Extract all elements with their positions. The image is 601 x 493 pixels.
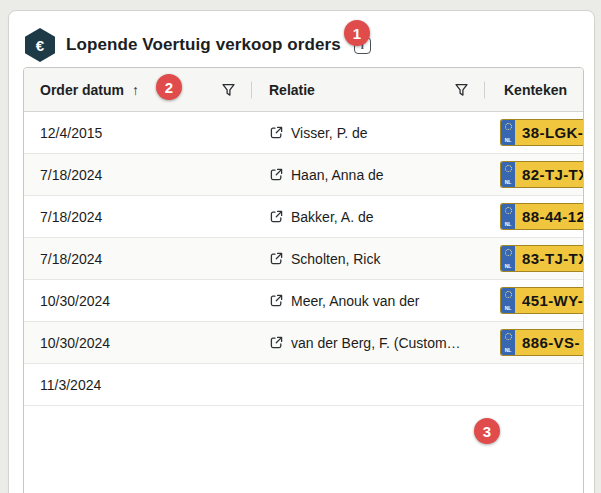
cell-relatie: Haan, Anna de [257, 154, 492, 195]
plate-country-code: NL [505, 222, 512, 227]
cell-order-datum: 7/18/2024 [24, 154, 257, 195]
annotation-badge-3: 3 [474, 418, 500, 444]
cell-relatie [257, 364, 492, 405]
column-label: Order datum [40, 82, 124, 98]
table-header-row: Order datum ↑ Relatie Kenteken [24, 68, 583, 112]
external-link-icon[interactable] [269, 209, 284, 224]
eu-stars-icon [505, 207, 512, 214]
dashboard-page: € Lopende Voertuig verkoop orders Order … [0, 0, 601, 493]
cell-order-datum: 10/30/2024 [24, 322, 257, 363]
cell-order-datum: 11/3/2024 [24, 364, 257, 405]
license-plate: NL 83-TJ-TX [500, 245, 583, 272]
nl-plate-strip: NL [501, 162, 515, 187]
external-link-icon[interactable] [269, 167, 284, 182]
euro-hexagon-icon: € [25, 28, 55, 62]
license-plate: NL 38-LGK- [500, 119, 583, 146]
cell-relatie: van der Berg, F. (Custom… [257, 322, 492, 363]
license-plate: NL 88-44-12 [500, 203, 583, 230]
table-row[interactable]: 7/18/2024 Scholten, Rick NL [24, 238, 583, 280]
relatie-name[interactable]: Visser, P. de [291, 125, 368, 141]
cell-order-datum: 7/18/2024 [24, 196, 257, 237]
column-header-relatie[interactable]: Relatie [257, 68, 492, 111]
eu-stars-icon [505, 291, 512, 298]
relatie-name[interactable]: Meer, Anouk van der [291, 293, 419, 309]
plate-number: 451-WY- [515, 292, 583, 309]
relatie-name[interactable]: Haan, Anna de [291, 167, 384, 183]
cell-kenteken: NL 451-WY- [492, 280, 583, 321]
table-row[interactable]: 10/30/2024 Meer, Anouk van der NL [24, 280, 583, 322]
eu-stars-icon [505, 333, 512, 340]
external-link-icon[interactable] [269, 125, 284, 140]
widget-header: € Lopende Voertuig verkoop orders [25, 27, 371, 63]
filter-icon[interactable] [221, 82, 236, 97]
column-label: Relatie [269, 82, 315, 98]
external-link-icon[interactable] [269, 251, 284, 266]
column-divider [251, 81, 252, 98]
cell-kenteken [492, 364, 583, 405]
license-plate: NL 82-TJ-TX [500, 161, 583, 188]
plate-number: 886-VS- [515, 334, 580, 351]
plate-country-code: NL [505, 180, 512, 185]
eu-stars-icon [505, 249, 512, 256]
column-divider [484, 81, 485, 98]
annotation-badge-2: 2 [156, 74, 182, 100]
table-body: 12/4/2015 Visser, P. de NL [24, 112, 583, 406]
plate-number: 38-LGK- [515, 124, 583, 141]
cell-kenteken: NL 82-TJ-TX [492, 154, 583, 195]
external-link-icon[interactable] [269, 335, 284, 350]
plate-country-code: NL [505, 138, 512, 143]
column-label: Kenteken [504, 82, 567, 98]
plate-number: 82-TJ-TX [515, 166, 583, 183]
cell-order-datum: 7/18/2024 [24, 238, 257, 279]
nl-plate-strip: NL [501, 288, 515, 313]
cell-relatie: Scholten, Rick [257, 238, 492, 279]
table-row[interactable]: 7/18/2024 Bakker, A. de NL [24, 196, 583, 238]
relatie-name[interactable]: van der Berg, F. (Custom… [291, 335, 461, 351]
column-header-kenteken[interactable]: Kenteken [492, 68, 583, 111]
relatie-name[interactable]: Scholten, Rick [291, 251, 380, 267]
license-plate: NL 886-VS- [500, 329, 583, 356]
table-row[interactable]: 10/30/2024 van der Berg, F. (Custom… N [24, 322, 583, 364]
table-row[interactable]: 12/4/2015 Visser, P. de NL [24, 112, 583, 154]
cell-kenteken: NL 83-TJ-TX [492, 238, 583, 279]
relatie-name[interactable]: Bakker, A. de [291, 209, 374, 225]
license-plate: NL 451-WY- [500, 287, 583, 314]
cell-relatie: Meer, Anouk van der [257, 280, 492, 321]
plate-country-code: NL [505, 306, 512, 311]
annotation-badge-1: 1 [344, 20, 370, 46]
column-header-order-datum[interactable]: Order datum ↑ [24, 68, 257, 111]
table-row[interactable]: 7/18/2024 Haan, Anna de NL [24, 154, 583, 196]
eu-stars-icon [505, 123, 512, 130]
plate-country-code: NL [505, 348, 512, 353]
widget-title: Lopende Voertuig verkoop orders [66, 35, 341, 55]
external-link-icon[interactable] [269, 293, 284, 308]
vehicle-orders-widget: € Lopende Voertuig verkoop orders Order … [8, 10, 595, 493]
nl-plate-strip: NL [501, 204, 515, 229]
cell-order-datum: 10/30/2024 [24, 280, 257, 321]
filter-icon[interactable] [454, 82, 469, 97]
cell-kenteken: NL 886-VS- [492, 322, 583, 363]
nl-plate-strip: NL [501, 120, 515, 145]
cell-kenteken: NL 38-LGK- [492, 112, 583, 153]
table-row[interactable]: 11/3/2024 [24, 364, 583, 406]
plate-country-code: NL [505, 264, 512, 269]
plate-number: 88-44-12 [515, 208, 583, 225]
cell-relatie: Visser, P. de [257, 112, 492, 153]
cell-kenteken: NL 88-44-12 [492, 196, 583, 237]
plate-number: 83-TJ-TX [515, 250, 583, 267]
sort-ascending-icon[interactable]: ↑ [132, 82, 139, 98]
nl-plate-strip: NL [501, 246, 515, 271]
cell-relatie: Bakker, A. de [257, 196, 492, 237]
nl-plate-strip: NL [501, 330, 515, 355]
eu-stars-icon [505, 165, 512, 172]
cell-order-datum: 12/4/2015 [24, 112, 257, 153]
